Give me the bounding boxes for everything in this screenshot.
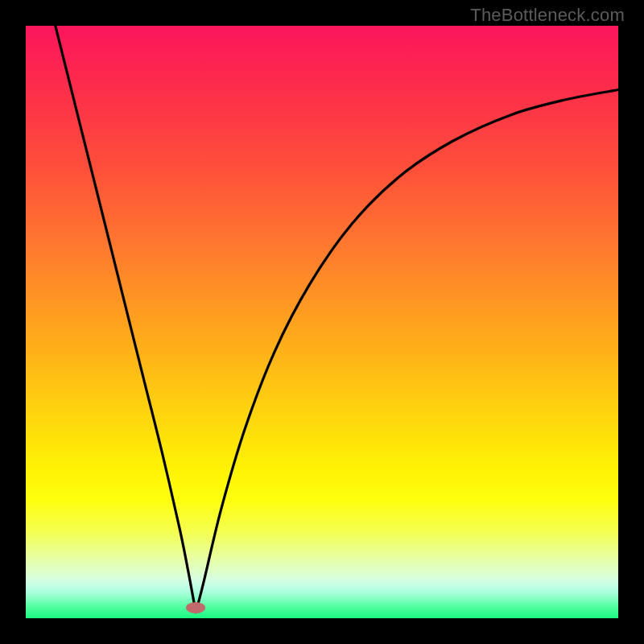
chart-frame: TheBottleneck.com bbox=[0, 0, 644, 644]
plot-area bbox=[26, 26, 618, 618]
curve-svg bbox=[26, 26, 618, 618]
bottleneck-curve bbox=[56, 26, 618, 613]
vertex-marker bbox=[186, 602, 205, 613]
watermark-text: TheBottleneck.com bbox=[470, 5, 625, 26]
